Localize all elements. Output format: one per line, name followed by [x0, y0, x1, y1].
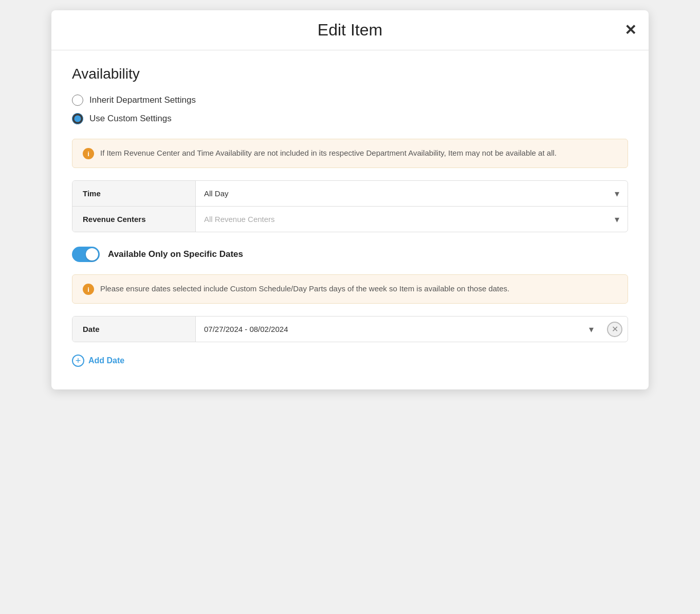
info-banner-1: i If Item Revenue Center and Time Availa… — [72, 139, 628, 168]
radio-custom-input[interactable] — [72, 113, 83, 124]
time-dropdown-arrow: ▾ — [615, 188, 619, 199]
date-label: Date — [72, 317, 196, 342]
close-button[interactable]: ✕ — [624, 23, 636, 38]
date-row: Date 07/27/2024 - 08/02/2024 ▾ ✕ — [72, 317, 628, 342]
date-control[interactable]: 07/27/2024 - 08/02/2024 ▾ — [196, 318, 602, 341]
info-icon-2: i — [83, 284, 94, 295]
add-date-button[interactable]: + Add Date — [72, 352, 124, 369]
time-label: Time — [72, 181, 196, 206]
revenue-centers-dropdown-arrow: ▾ — [615, 214, 619, 225]
time-row: Time All Day ▾ — [72, 181, 628, 207]
info-icon-1: i — [83, 148, 94, 159]
add-date-icon: + — [72, 355, 84, 367]
specific-dates-toggle[interactable] — [72, 247, 100, 262]
date-clear-icon: ✕ — [612, 324, 618, 334]
availability-form-table: Time All Day ▾ Revenue Centers All Reven… — [72, 180, 628, 232]
date-dropdown-arrow: ▾ — [589, 324, 594, 335]
edit-item-modal: Edit Item ✕ Availability Inherit Departm… — [51, 10, 649, 389]
date-control-outer: 07/27/2024 - 08/02/2024 ▾ ✕ — [196, 318, 628, 341]
revenue-centers-row: Revenue Centers All Revenue Centers ▾ — [72, 207, 628, 232]
add-date-label: Add Date — [88, 356, 124, 365]
radio-custom[interactable]: Use Custom Settings — [72, 113, 628, 124]
date-value: 07/27/2024 - 08/02/2024 — [204, 325, 288, 333]
modal-body: Availability Inherit Department Settings… — [51, 50, 649, 389]
info-text-2: Please ensure dates selected include Cus… — [100, 283, 509, 295]
modal-title: Edit Item — [318, 21, 382, 40]
revenue-centers-value: All Revenue Centers — [204, 215, 275, 224]
radio-custom-label: Use Custom Settings — [89, 114, 172, 124]
time-value: All Day — [204, 189, 229, 198]
modal-header: Edit Item ✕ — [51, 10, 649, 50]
section-title: Availability — [72, 66, 628, 82]
date-form-table: Date 07/27/2024 - 08/02/2024 ▾ ✕ — [72, 316, 628, 342]
time-control[interactable]: All Day ▾ — [196, 182, 628, 206]
radio-inherit-label: Inherit Department Settings — [89, 95, 196, 105]
info-text-1: If Item Revenue Center and Time Availabi… — [100, 147, 557, 159]
radio-group: Inherit Department Settings Use Custom S… — [72, 95, 628, 124]
radio-inherit[interactable]: Inherit Department Settings — [72, 95, 628, 106]
revenue-centers-label: Revenue Centers — [72, 207, 196, 232]
date-clear-button[interactable]: ✕ — [607, 322, 622, 337]
toggle-slider — [72, 247, 100, 262]
specific-dates-label: Available Only on Specific Dates — [108, 249, 243, 259]
radio-inherit-input[interactable] — [72, 95, 83, 106]
revenue-centers-control[interactable]: All Revenue Centers ▾ — [196, 208, 628, 231]
specific-dates-toggle-row: Available Only on Specific Dates — [72, 247, 628, 262]
info-banner-2: i Please ensure dates selected include C… — [72, 274, 628, 304]
